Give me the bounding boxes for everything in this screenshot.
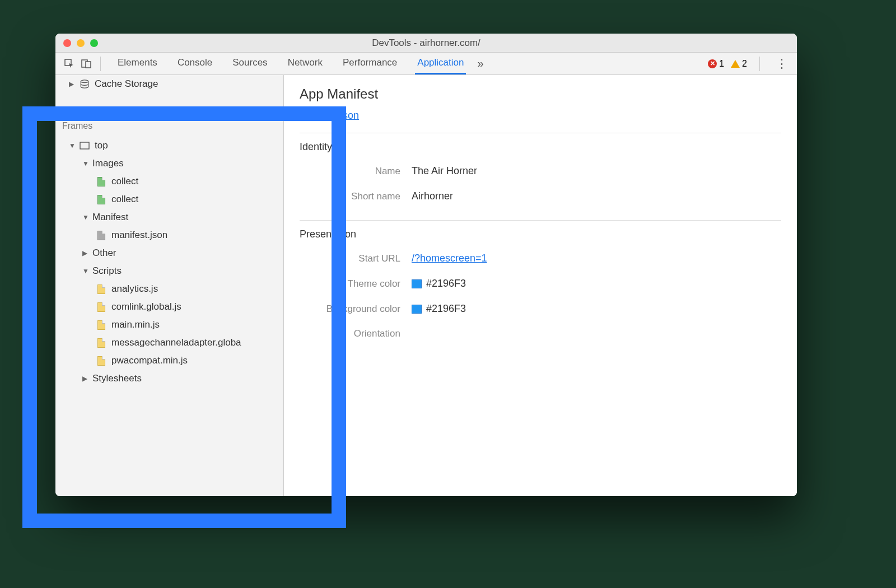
error-icon: ✕ (708, 59, 717, 68)
group-other[interactable]: Other (55, 244, 283, 262)
toolbar-divider-2 (759, 57, 760, 71)
chevron-down-icon (82, 160, 90, 167)
toolbar-right: ✕ 1 2 ⋮ (708, 57, 791, 71)
group-scripts-label: Scripts (92, 265, 122, 277)
file-comlink[interactable]: comlink.global.js (55, 298, 283, 316)
group-manifest[interactable]: Manifest (55, 208, 283, 226)
device-toggle-icon[interactable] (78, 55, 95, 72)
frame-top[interactable]: top (55, 137, 283, 155)
chevron-down-icon (82, 267, 90, 275)
warning-count[interactable]: 2 (731, 59, 747, 69)
file-manifest[interactable]: manifest.json (55, 226, 283, 244)
error-count-value: 1 (719, 59, 724, 69)
file-label: comlink.global.js (111, 301, 181, 312)
window-title: DevTools - airhorner.com/ (55, 38, 797, 49)
script-file-icon (96, 356, 107, 366)
tab-network[interactable]: Network (286, 53, 325, 74)
file-label: manifest.json (111, 230, 167, 241)
bg-color-label: Background color (300, 304, 400, 315)
devtools-window: DevTools - airhorner.com/ Elements Conso… (55, 34, 797, 496)
warning-count-value: 2 (742, 59, 747, 69)
cache-storage-label: Cache Storage (95, 78, 158, 90)
script-file-icon (96, 320, 107, 330)
chevron-down-icon (82, 213, 90, 221)
group-stylesheets-label: Stylesheets (92, 373, 142, 384)
file-messagechannel[interactable]: messagechanneladapter.globa (55, 334, 283, 352)
file-collect-1[interactable]: collect (55, 172, 283, 190)
warning-icon (731, 60, 740, 68)
svg-rect-4 (80, 142, 89, 149)
sidebar: Cache Storage Frames top Images collect (55, 75, 284, 496)
chevron-right-icon (69, 80, 77, 88)
main-content: App Manifest manifest.json Identity Name… (284, 75, 797, 496)
file-label: analytics.js (111, 283, 158, 295)
row-orientation: Orientation (300, 321, 781, 346)
document-file-icon (96, 230, 107, 240)
chevron-down-icon (69, 142, 77, 150)
more-options-icon[interactable]: ⋮ (772, 57, 791, 71)
row-name: Name The Air Horner (300, 158, 781, 184)
bg-color-value: #2196F3 (426, 303, 466, 315)
file-main[interactable]: main.min.js (55, 316, 283, 334)
identity-section-title: Identity (300, 133, 781, 158)
row-start-url: Start URL /?homescreen=1 (300, 246, 781, 271)
panel-tabs: Elements Console Sources Network Perform… (115, 53, 466, 74)
tab-console[interactable]: Console (175, 53, 214, 74)
file-label: main.min.js (111, 319, 160, 330)
database-icon (79, 79, 90, 89)
tab-sources[interactable]: Sources (230, 53, 269, 74)
script-file-icon (96, 338, 107, 348)
inspect-element-icon[interactable] (61, 55, 78, 72)
svg-point-3 (81, 80, 88, 82)
file-collect-2[interactable]: collect (55, 190, 283, 208)
group-manifest-label: Manifest (92, 212, 128, 223)
file-pwacompat[interactable]: pwacompat.min.js (55, 352, 283, 370)
group-images[interactable]: Images (55, 155, 283, 172)
maximize-window-button[interactable] (90, 39, 98, 47)
short-name-label: Short name (300, 191, 400, 202)
presentation-section-title: Presentation (300, 220, 781, 246)
more-tabs-icon[interactable]: » (477, 57, 483, 70)
panel-body: Cache Storage Frames top Images collect (55, 75, 797, 496)
start-url-value[interactable]: /?homescreen=1 (412, 253, 487, 264)
short-name-value: Airhorner (412, 190, 453, 202)
window-controls (63, 39, 98, 47)
file-label: collect (111, 176, 138, 187)
minimize-window-button[interactable] (77, 39, 85, 47)
tab-elements[interactable]: Elements (115, 53, 160, 74)
svg-rect-2 (86, 62, 91, 68)
theme-color-label: Theme color (300, 278, 400, 290)
script-file-icon (96, 302, 107, 312)
row-bg-color: Background color #2196F3 (300, 296, 781, 321)
group-other-label: Other (92, 248, 116, 259)
image-file-icon (96, 176, 107, 186)
file-label: collect (111, 194, 138, 205)
name-label: Name (300, 166, 400, 177)
tab-application[interactable]: Application (415, 53, 466, 74)
tab-performance[interactable]: Performance (340, 53, 399, 74)
file-analytics[interactable]: analytics.js (55, 280, 283, 298)
page-title: App Manifest (300, 86, 781, 102)
sidebar-item-cache-storage[interactable]: Cache Storage (55, 75, 283, 93)
theme-color-swatch (412, 279, 422, 288)
chevron-right-icon (82, 375, 90, 382)
start-url-label: Start URL (300, 253, 400, 264)
group-stylesheets[interactable]: Stylesheets (55, 370, 283, 388)
theme-color-value: #2196F3 (426, 278, 466, 290)
orientation-label: Orientation (300, 328, 400, 339)
row-theme-color: Theme color #2196F3 (300, 271, 781, 296)
close-window-button[interactable] (63, 39, 71, 47)
group-scripts[interactable]: Scripts (55, 262, 283, 280)
frame-top-label: top (95, 140, 108, 151)
script-file-icon (96, 284, 107, 294)
bg-color-swatch (412, 305, 422, 314)
file-label: messagechanneladapter.globa (111, 337, 241, 348)
frame-icon (79, 141, 90, 151)
error-count[interactable]: ✕ 1 (708, 59, 724, 69)
group-images-label: Images (92, 158, 124, 169)
frames-section-title: Frames (55, 115, 283, 137)
name-value: The Air Horner (412, 165, 477, 177)
toolbar-divider (100, 57, 101, 71)
titlebar: DevTools - airhorner.com/ (55, 34, 797, 53)
manifest-link[interactable]: manifest.json (300, 110, 359, 121)
